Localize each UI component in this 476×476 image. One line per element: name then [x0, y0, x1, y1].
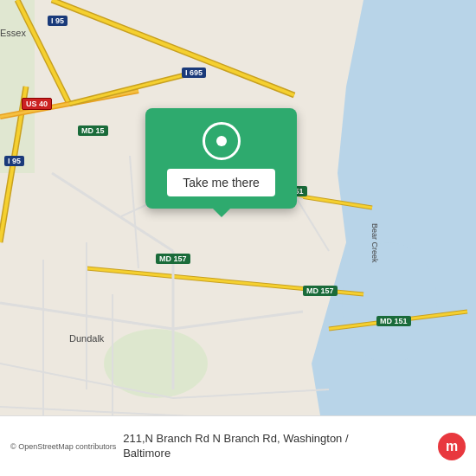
take-me-there-button[interactable]: Take me there [167, 169, 275, 196]
moovit-icon: m [438, 433, 466, 460]
pin-dot [216, 136, 227, 146]
highway-label-us40: US 40 [22, 98, 52, 110]
map-background [0, 0, 476, 476]
highway-label-md157-1: MD 157 [156, 254, 190, 264]
location-popup: Take me there [145, 108, 297, 209]
location-pin-icon [203, 122, 241, 160]
highway-label-md151-bot: MD 151 [376, 316, 411, 326]
map-container: I 95 I 695 US 40 I 95 MD 15 MD 151 MD 15… [0, 0, 476, 476]
highway-label-md157-2: MD 157 [303, 286, 338, 296]
highway-label-i695: I 695 [182, 68, 206, 78]
info-bar: © OpenStreetMap contributors 211,N Branc… [0, 415, 476, 476]
highway-label-i95-left: I 95 [4, 156, 24, 166]
highway-label-i95-top: I 95 [48, 16, 68, 26]
osm-credit: © OpenStreetMap contributors [10, 442, 116, 451]
address-text: 211,N Branch Rd N Branch Rd, Washington … [123, 432, 438, 461]
svg-point-2 [342, 242, 437, 363]
moovit-logo: m [438, 433, 466, 460]
highway-label-md15: MD 15 [78, 125, 108, 136]
